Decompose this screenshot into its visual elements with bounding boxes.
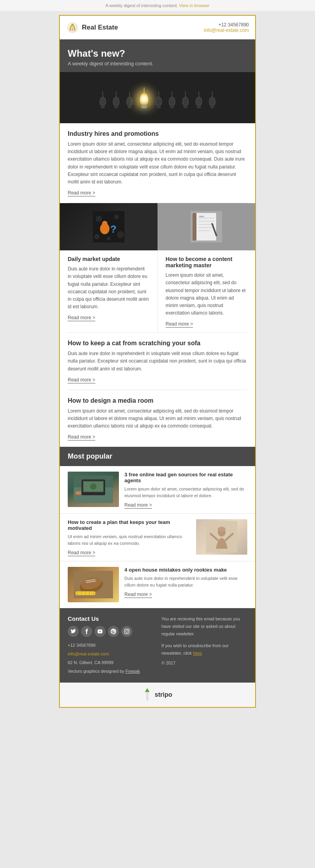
footer-copyright: © 2017 xyxy=(161,659,247,667)
svg-point-3 xyxy=(96,216,102,222)
article-5-section: How to design a media room Lorem ipsum d… xyxy=(60,390,255,447)
svg-point-33 xyxy=(218,527,226,531)
popular-text-3: Duis aute irure dolor in reprehenderit i… xyxy=(124,575,247,588)
article-3-text: Lorem ipsum dolor sit amet, consectetur … xyxy=(166,272,248,317)
bulb-row xyxy=(100,87,215,108)
two-col-images: ? 89% xyxy=(60,203,255,250)
youtube-icon[interactable] xyxy=(94,626,106,637)
popular-img-2 xyxy=(196,519,247,555)
logo-text: Real Estate xyxy=(82,24,118,31)
popular-img-3 xyxy=(68,567,119,602)
bulb-lit xyxy=(140,87,148,108)
hero-image xyxy=(60,72,255,123)
svg-rect-45 xyxy=(124,629,129,634)
footer-email[interactable]: info@real-estate.com xyxy=(68,651,109,656)
footer: Contact Us xyxy=(60,608,255,683)
article-4-section: How to keep a cat from scratching your s… xyxy=(60,333,255,390)
footer-right-text2: If you wish to unsubscribe from our news… xyxy=(161,642,247,657)
notebook-image: 89% xyxy=(158,203,255,250)
footer-left: Contact Us xyxy=(68,615,154,676)
article-1-section: Industry hires and promotions Lorem ipsu… xyxy=(60,123,255,203)
bulb-1 xyxy=(100,91,106,108)
footer-phone: +12 34567890 xyxy=(68,641,154,650)
stripo-bar: stripo xyxy=(60,683,255,707)
facebook-icon[interactable] xyxy=(81,626,92,637)
svg-point-1 xyxy=(72,24,74,26)
most-popular-header: Most popular xyxy=(60,447,255,466)
stripo-label: stripo xyxy=(155,691,172,698)
popular-read-more-3[interactable]: Read more > xyxy=(124,592,152,598)
svg-point-47 xyxy=(128,630,129,631)
article-2-read-more[interactable]: Read more > xyxy=(68,315,95,321)
header-phone: +12 34567890 xyxy=(204,22,249,28)
top-bar: A weekly digest of interesting content. … xyxy=(0,0,315,11)
popular-read-more-1[interactable]: Read more > xyxy=(124,502,152,509)
svg-text:?: ? xyxy=(110,223,117,235)
question-mark-svg: ? xyxy=(93,211,124,242)
article-2-title: Daily market update xyxy=(68,256,150,262)
bulb-3 xyxy=(126,91,133,108)
freepik-link[interactable]: Freepik xyxy=(126,669,140,674)
article-1-read-more[interactable]: Read more > xyxy=(68,190,95,196)
logo-icon xyxy=(66,21,79,34)
top-bar-text: A weekly digest of interesting content. xyxy=(106,3,178,8)
svg-text:89%: 89% xyxy=(199,215,204,218)
pinterest-icon[interactable] xyxy=(108,626,119,637)
team-svg xyxy=(206,521,237,553)
article-2-col: Daily market update Duis aute irure dolo… xyxy=(60,250,158,332)
popular-item-1: 3 free online lead gen sources for real … xyxy=(60,466,255,514)
footer-credits: Vectors graphics designed by Freepik xyxy=(68,667,154,676)
popular-content-1: 3 free online lead gen sources for real … xyxy=(124,472,247,508)
header-contact: +12 34567890 info@real-estate.com xyxy=(204,22,249,33)
popular-content-3: 4 open house mistakes only rookies make … xyxy=(124,567,247,597)
svg-point-4 xyxy=(114,215,119,219)
svg-rect-13 xyxy=(193,213,196,241)
hero-subtitle: A weekly digest of interesting content. xyxy=(68,61,247,67)
bulb-9 xyxy=(209,91,215,108)
popular-content-2: How to create a plan that keeps your tea… xyxy=(68,519,191,555)
popular-title-1: 3 free online lead gen sources for real … xyxy=(124,472,247,483)
article-5-text: Lorem ipsum dolor sit amet, consectetur … xyxy=(68,407,247,430)
header-email[interactable]: info@real-estate.com xyxy=(204,28,249,33)
unsubscribe-link[interactable]: here xyxy=(193,651,202,655)
footer-address: 62 N. Gilbert, CA 99999 xyxy=(68,658,154,667)
article-4-read-more[interactable]: Read more > xyxy=(68,377,95,383)
question-mark-image: ? xyxy=(60,203,158,250)
popular-text-1: Lorem ipsum dolor sit amet, consectetur … xyxy=(124,486,247,499)
article-4-text: Duis aute irure dolor in reprehenderit i… xyxy=(68,350,247,373)
footer-right: You are recieving this email because you… xyxy=(161,615,247,676)
article-3-title: How to become a content marketing master xyxy=(166,256,248,268)
article-1-text: Lorem ipsum dolor sit amet, consectetur … xyxy=(68,141,247,186)
article-3-read-more[interactable]: Read more > xyxy=(166,321,193,328)
article-4-title: How to keep a cat from scratching your s… xyxy=(68,340,247,347)
svg-point-26 xyxy=(90,483,96,490)
stripo-icon xyxy=(143,688,152,701)
popular-title-2: How to create a plan that keeps your tea… xyxy=(68,519,191,531)
popular-text-2: Ut enim ad minim veniam, quis nostrud ex… xyxy=(68,533,191,546)
popular-item-3: 4 open house mistakes only rookies make … xyxy=(60,561,255,608)
footer-contact-title: Contact Us xyxy=(68,615,154,622)
most-popular-title: Most popular xyxy=(68,452,247,461)
footer-contact-details: +12 34567890 info@real-estate.com 62 N. … xyxy=(68,641,154,676)
laptop-svg xyxy=(74,476,113,503)
two-col-text: Daily market update Duis aute irure dolo… xyxy=(60,250,255,332)
bulb-6 xyxy=(169,91,175,108)
svg-point-46 xyxy=(126,630,128,633)
bulb-2 xyxy=(113,91,119,108)
popular-read-more-2[interactable]: Read more > xyxy=(68,550,95,556)
hero-banner: What's new? A weekly digest of interesti… xyxy=(60,39,255,72)
hero-title: What's new? xyxy=(68,48,247,59)
instagram-icon[interactable] xyxy=(121,626,132,637)
email-header: Real Estate +12 34567890 info@real-estat… xyxy=(60,16,255,39)
svg-rect-28 xyxy=(76,491,81,494)
svg-point-7 xyxy=(107,237,111,241)
view-in-browser-link[interactable]: View in browser xyxy=(179,3,209,8)
bulb-7 xyxy=(182,91,189,108)
twitter-icon[interactable] xyxy=(68,626,79,637)
bulb-5 xyxy=(156,91,162,108)
article-1-title: Industry hires and promotions xyxy=(68,130,247,137)
bulb-8 xyxy=(196,91,202,108)
article-5-read-more[interactable]: Read more > xyxy=(68,434,95,440)
social-icons xyxy=(68,626,154,637)
article-2-text: Duis aute irure dolor in reprehenderit i… xyxy=(68,265,150,311)
